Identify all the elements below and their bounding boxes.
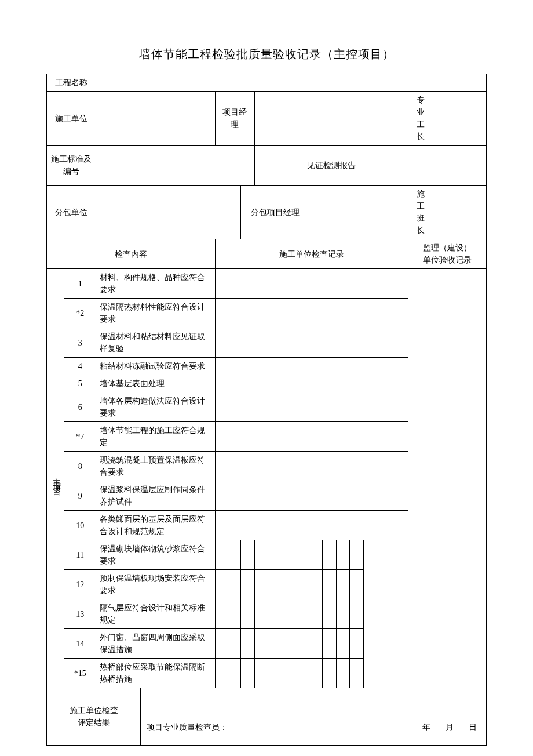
label-subcontract-unit: 分包单位 [47,186,96,239]
item-content: 墙体各层构造做法应符合设计要求 [96,392,215,422]
cell [241,599,255,629]
cell [268,599,282,629]
item-no: *7 [64,422,96,452]
value-foreman [433,92,486,146]
item-record [215,422,408,452]
cell [215,659,241,688]
item-no: 5 [64,375,96,392]
item-record [215,481,408,511]
label-sub-project-manager: 分包项目经理 [241,186,309,239]
item-record [215,299,408,328]
label-check-result: 施工单位检查 评定结果 [47,688,141,746]
label-main-items: 主控项目 [47,269,64,688]
cell [350,540,364,570]
label-project-name: 工程名称 [47,74,96,92]
cell [282,659,295,688]
value-standard-no [96,146,255,186]
cell [241,540,255,570]
cell [309,629,323,659]
item-no: *2 [64,299,96,328]
value-subcontract-unit [96,186,241,239]
row-item-1: 主控项目 1 材料、构件规格、品种应符合要求 [47,269,487,299]
cell [254,540,268,570]
cell [350,659,364,688]
right-merged-cell [363,540,408,688]
row-check-result: 施工单位检查 评定结果 项目专业质量检查员： 年 月 日 [47,688,487,746]
item-content: 墙体基层表面处理 [96,375,215,392]
item-no: 10 [64,511,96,540]
cell [254,629,268,659]
value-construction-unit [96,92,215,146]
cell [241,659,255,688]
cell [323,540,337,570]
cell [254,659,268,688]
item-no: *15 [64,659,96,688]
cell [254,599,268,629]
item-no: 9 [64,481,96,511]
cell [336,570,350,599]
item-content: 保温浆料保温层应制作同条件养护试件 [96,481,215,511]
cell [336,659,350,688]
cell [282,599,295,629]
item-record [215,328,408,358]
item-no: 12 [64,570,96,599]
cell [323,570,337,599]
label-construction-unit: 施工单位 [47,92,96,146]
item-record [215,392,408,422]
item-record [215,375,408,392]
cell [268,570,282,599]
cell [309,570,323,599]
item-no: 8 [64,452,96,481]
cell [282,629,295,659]
item-content: 热桥部位应采取节能保温隔断热桥措施 [96,659,215,688]
value-project-name [96,74,487,92]
cell [295,629,309,659]
cell [295,599,309,629]
item-content: 保温砌块墙体砌筑砂浆应符合要求 [96,540,215,570]
value-team-leader [433,186,486,239]
page-title: 墙体节能工程检验批质量验收记录（主控项目） [46,46,487,62]
item-no: 11 [64,540,96,570]
cell [350,629,364,659]
item-content: 保温隔热材料性能应符合设计要求 [96,299,215,328]
cell [295,540,309,570]
label-date: 年 月 日 [422,721,480,733]
cell [215,629,241,659]
item-content: 外门窗、凸窗四周侧面应采取保温措施 [96,629,215,659]
row-subcontract-unit: 分包单位 分包项目经理 施 工 班 长 [47,186,487,239]
item-no: 13 [64,599,96,629]
item-record [215,269,408,299]
cell [215,599,241,629]
cell [336,540,350,570]
cell [323,629,337,659]
item-no: 4 [64,358,96,375]
cell [268,629,282,659]
item-record [215,452,408,481]
row-section-header: 检查内容 施工单位检查记录 监理（建设） 单位验收记录 [47,239,487,269]
label-foreman: 专 业 工 长 [408,92,433,146]
cell [309,659,323,688]
cell [254,570,268,599]
item-no: 6 [64,392,96,422]
item-no: 14 [64,629,96,659]
cell [215,570,241,599]
cell [268,659,282,688]
item-content: 各类鯑面层的基层及面层应符合设计和规范规定 [96,511,215,540]
value-project-manager [254,92,408,146]
item-content: 保温材料和粘结材料应见证取样复验 [96,328,215,358]
item-record [215,358,408,375]
label-unit-record: 施工单位检查记录 [215,239,408,269]
value-witness-report [408,146,486,186]
label-inspection-content: 检查内容 [47,239,216,269]
cell [350,599,364,629]
item-content: 材料、构件规格、品种应符合要求 [96,269,215,299]
cell [323,599,337,629]
row-construction-unit: 施工单位 项目经理 专 业 工 长 [47,92,487,146]
row-project-name: 工程名称 [47,74,487,92]
label-witness-report: 见证检测报告 [254,146,408,186]
label-quality-inspector: 项目专业质量检查员： [147,723,228,732]
cell [336,629,350,659]
label-standard-no: 施工标准及编号 [47,146,96,186]
item-content: 现浇筑混凝土预置保温板应符合要求 [96,452,215,481]
item-no: 1 [64,269,96,299]
